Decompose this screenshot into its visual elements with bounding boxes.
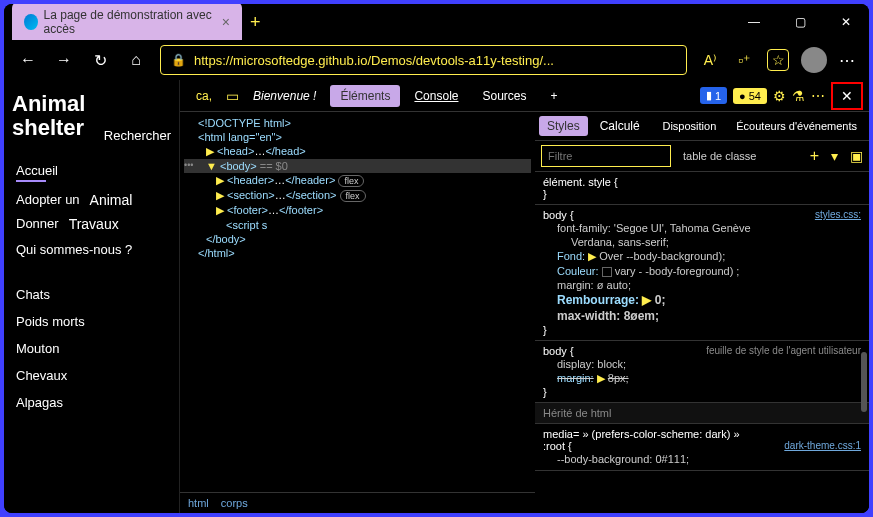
- nav-about[interactable]: Qui sommes-nous ?: [12, 236, 171, 263]
- content-area: Animalshelter Rechercher Accueil Adopter…: [4, 80, 869, 513]
- page-nav: Accueil Adopter unAnimal DonnerTravaux Q…: [12, 157, 171, 263]
- nav-adopt[interactable]: Adopter unAnimal: [12, 188, 171, 212]
- experiments-icon[interactable]: ⚗: [792, 88, 805, 104]
- source-link[interactable]: dark-theme.css:1: [784, 440, 861, 452]
- new-rule-button[interactable]: +: [810, 147, 819, 165]
- css-rule[interactable]: body {feuille de style de l'agent utilis…: [535, 341, 869, 403]
- inspect-icon[interactable]: ca,: [186, 85, 222, 107]
- dom-line-selected[interactable]: ▼ <body> == $0: [184, 159, 531, 173]
- tab-title: La page de démonstration avec accès: [44, 8, 216, 36]
- nav-home[interactable]: Accueil: [12, 157, 171, 188]
- list-item[interactable]: Mouton: [12, 335, 171, 362]
- browser-window: La page de démonstration avec accès × + …: [4, 4, 869, 513]
- tab-layout[interactable]: Disposition: [654, 117, 724, 135]
- dom-line[interactable]: ▶ <head>…</head>: [184, 144, 531, 159]
- refresh-button[interactable]: ↻: [88, 51, 112, 70]
- window-controls: — ▢ ✕: [731, 4, 869, 40]
- tab-more[interactable]: +: [541, 85, 568, 107]
- list-item[interactable]: Chats: [12, 281, 171, 308]
- tab-console[interactable]: Console: [404, 85, 468, 107]
- tab-listeners[interactable]: Écouteurs d'événements: [728, 117, 865, 135]
- maximize-button[interactable]: ▢: [777, 4, 823, 40]
- dom-line[interactable]: </html>: [184, 246, 531, 260]
- pin-icon[interactable]: ▾: [831, 148, 838, 164]
- translate-icon[interactable]: ▫⁺: [733, 52, 755, 68]
- dom-line[interactable]: </body>: [184, 232, 531, 246]
- css-rule[interactable]: body {styles.css: font-family: 'Segoe UI…: [535, 205, 869, 341]
- close-button[interactable]: ✕: [823, 4, 869, 40]
- inherited-label: Hérité de html: [535, 403, 869, 424]
- styles-panel: Styles Calculé Disposition Écouteurs d'é…: [535, 112, 869, 513]
- css-rule[interactable]: media= » (prefers-color-scheme: dark) » …: [535, 424, 869, 471]
- tab-computed[interactable]: Calculé: [592, 116, 648, 136]
- styles-rules[interactable]: élément. style { } body {styles.css: fon…: [535, 172, 869, 513]
- dom-line[interactable]: <html lang="en">: [184, 130, 531, 144]
- dom-line[interactable]: <!DOCTYPE html>: [184, 116, 531, 130]
- box-icon[interactable]: ▣: [850, 148, 863, 164]
- tab-styles[interactable]: Styles: [539, 116, 588, 136]
- list-item[interactable]: Alpagas: [12, 389, 171, 416]
- elements-tree[interactable]: <!DOCTYPE html> <html lang="en"> ▶ <head…: [180, 112, 535, 492]
- devtools-panel: ca, ▭ Bienvenue ! Éléments Console Sourc…: [179, 80, 869, 513]
- dom-line[interactable]: ▶ <header>…</header> flex: [184, 173, 531, 188]
- scrollbar-thumb[interactable]: [861, 352, 867, 412]
- titlebar: La page de démonstration avec accès × + …: [4, 4, 869, 40]
- edge-icon: [24, 14, 38, 30]
- browser-tab[interactable]: La page de démonstration avec accès ×: [12, 4, 242, 42]
- list-item[interactable]: Chevaux: [12, 362, 171, 389]
- devtools-tabs: ca, ▭ Bienvenue ! Éléments Console Sourc…: [180, 80, 869, 112]
- tab-elements[interactable]: Éléments: [330, 85, 400, 107]
- back-button[interactable]: ←: [16, 51, 40, 69]
- class-table[interactable]: table de classe: [683, 150, 756, 162]
- more-icon[interactable]: ⋯: [811, 88, 825, 104]
- menu-button[interactable]: ⋯: [839, 51, 857, 70]
- tab-sources[interactable]: Sources: [472, 85, 536, 107]
- dom-line[interactable]: <script s: [184, 218, 531, 232]
- devtools-close-button[interactable]: ✕: [831, 82, 863, 110]
- forward-button[interactable]: →: [52, 51, 76, 69]
- list-item[interactable]: Poids morts: [12, 308, 171, 335]
- tab-close-icon[interactable]: ×: [222, 14, 230, 30]
- read-aloud-icon[interactable]: A⁾: [699, 52, 721, 68]
- animal-list: Chats Poids morts Mouton Chevaux Alpagas: [12, 281, 171, 416]
- issues-badge[interactable]: ▮ 1: [700, 87, 727, 104]
- dom-line[interactable]: ▶ <section>…</section> flex: [184, 188, 531, 203]
- new-tab-button[interactable]: +: [250, 12, 261, 33]
- address-bar: ← → ↻ ⌂ 🔒 https://microsoftedge.github.i…: [4, 40, 869, 80]
- styles-filter-bar: table de classe + ▾ ▣: [535, 141, 869, 172]
- nav-donate[interactable]: DonnerTravaux: [12, 212, 171, 236]
- css-rule[interactable]: élément. style { }: [535, 172, 869, 205]
- warnings-badge[interactable]: ● 54: [733, 88, 767, 104]
- breadcrumb[interactable]: htmlcorps: [180, 492, 535, 513]
- settings-icon[interactable]: ⚙: [773, 88, 786, 104]
- styles-tabs: Styles Calculé Disposition Écouteurs d'é…: [535, 112, 869, 141]
- webpage-panel: Animalshelter Rechercher Accueil Adopter…: [4, 80, 179, 513]
- tab-welcome[interactable]: Bienvenue !: [243, 85, 326, 107]
- device-icon[interactable]: ▭: [226, 88, 239, 104]
- devtools-body: <!DOCTYPE html> <html lang="en"> ▶ <head…: [180, 112, 869, 513]
- home-button[interactable]: ⌂: [124, 51, 148, 69]
- url-text: https://microsoftedge.github.io/Demos/de…: [194, 53, 554, 68]
- dom-line[interactable]: ▶ <footer>…</footer>: [184, 203, 531, 218]
- url-box[interactable]: 🔒 https://microsoftedge.github.io/Demos/…: [160, 45, 687, 75]
- profile-avatar[interactable]: [801, 47, 827, 73]
- filter-input[interactable]: [541, 145, 671, 167]
- favorite-icon[interactable]: ☆: [767, 49, 789, 71]
- minimize-button[interactable]: —: [731, 4, 777, 40]
- source-link[interactable]: styles.css:: [815, 209, 861, 221]
- lock-icon: 🔒: [171, 53, 186, 67]
